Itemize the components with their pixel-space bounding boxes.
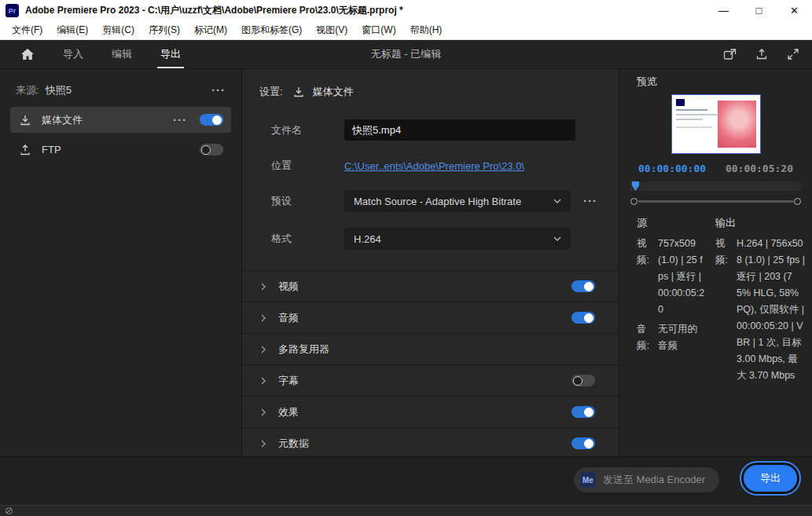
location-label: 位置 <box>271 159 344 173</box>
filename-row: 文件名 <box>242 119 619 141</box>
section-captions[interactable]: 字幕 <box>242 365 619 397</box>
menu-sequence[interactable]: 序列(S) <box>141 24 187 37</box>
toggle-knob <box>584 282 593 291</box>
close-button[interactable]: ✕ <box>777 0 812 21</box>
header-tab-bar: 导入 编辑 导出 无标题 - 已编辑 <box>0 40 812 69</box>
section-label: 字幕 <box>278 374 299 388</box>
menu-file[interactable]: 文件(F) <box>5 24 50 37</box>
source-header: 来源: 快照5 ··· <box>0 69 241 107</box>
section-label: 多路复用器 <box>278 342 329 357</box>
toggle-knob <box>212 115 222 125</box>
menu-view[interactable]: 视图(V) <box>309 24 355 37</box>
window-controls: — □ ✕ <box>706 0 812 21</box>
captions-toggle[interactable] <box>571 375 595 386</box>
output-column-header: 输出 <box>715 214 806 231</box>
header-action-icons <box>723 48 799 60</box>
zoom-track[interactable] <box>638 200 793 203</box>
source-header-value: 快照5 <box>46 83 72 97</box>
settings-header-value: 媒体文件 <box>313 85 354 99</box>
download-icon <box>292 86 305 98</box>
menu-bar: 文件(F) 编辑(E) 剪辑(C) 序列(S) 标记(M) 图形和标签(G) 视… <box>0 21 812 40</box>
section-video[interactable]: 视频 <box>242 271 619 302</box>
menu-clip[interactable]: 剪辑(C) <box>95 24 141 37</box>
filename-label: 文件名 <box>271 123 344 137</box>
output-video-value: H.264 | 756x508 (1.0) | 25 fps | 逐行 | 20… <box>737 236 806 384</box>
chevron-down-icon <box>553 199 561 203</box>
zoom-scrollbar[interactable] <box>630 198 801 205</box>
section-multiplexer[interactable]: 多路复用器 <box>242 334 619 365</box>
maximize-button[interactable]: □ <box>741 0 777 21</box>
export-button[interactable]: 导出 <box>744 465 797 492</box>
section-audio[interactable]: 音频 <box>242 302 619 334</box>
source-item-media-file[interactable]: 媒体文件 ··· <box>10 107 231 133</box>
send-to-media-encoder-button[interactable]: Me 发送至 Media Encoder <box>574 467 719 492</box>
format-label: 格式 <box>271 232 344 246</box>
current-timecode: 00:00:00:00 <box>638 163 706 174</box>
zoom-handle-right[interactable] <box>794 198 801 205</box>
source-video-row: 视频: 757x509 (1.0) | 25 fps | 逐行 | 00:00:… <box>637 236 706 318</box>
chevron-right-icon <box>261 408 266 416</box>
menu-markers[interactable]: 标记(M) <box>187 24 234 37</box>
upload-icon <box>18 144 32 156</box>
chevron-right-icon <box>261 314 266 322</box>
tab-edit[interactable]: 编辑 <box>97 40 146 68</box>
app-logo-icon: Pr <box>6 4 19 17</box>
chevron-right-icon <box>261 440 266 448</box>
seek-bar[interactable] <box>630 181 802 191</box>
footer-bar: Me 发送至 Media Encoder 导出 <box>0 456 812 505</box>
ftp-toggle[interactable] <box>200 144 223 156</box>
filename-input[interactable] <box>344 119 575 141</box>
preview-label: 预览 <box>619 69 812 89</box>
menu-graphics[interactable]: 图形和标签(G) <box>234 24 309 37</box>
preset-row: 预设 Match Source - Adaptive High Bitrate … <box>242 190 619 212</box>
minimize-button[interactable]: — <box>706 0 741 21</box>
toggle-knob <box>584 313 593 323</box>
chevron-right-icon <box>261 346 266 353</box>
preset-select[interactable]: Match Source - Adaptive High Bitrate <box>344 190 571 212</box>
output-info-column: 输出 视频: H.264 | 756x508 (1.0) | 25 fps | … <box>715 214 806 387</box>
source-item-ftp[interactable]: FTP <box>10 137 231 163</box>
chevron-right-icon <box>261 377 266 385</box>
timecode-row: 00:00:00:00 00:00:05:20 <box>619 154 812 174</box>
menu-help[interactable]: 帮助(H) <box>403 24 450 37</box>
effects-toggle[interactable] <box>571 406 595 418</box>
metadata-toggle[interactable] <box>571 437 595 449</box>
section-label: 视频 <box>278 280 299 294</box>
quick-export-icon[interactable] <box>723 48 737 60</box>
settings-panel: 设置: 媒体文件 文件名 位置 C:\User..ents\Adobe\Prem… <box>242 69 619 456</box>
home-button[interactable] <box>20 48 35 60</box>
audio-toggle[interactable] <box>571 312 595 324</box>
playhead[interactable] <box>632 181 639 191</box>
preset-value: Match Source - Adaptive High Bitrate <box>354 196 521 207</box>
source-info-column: 源 视频: 757x509 (1.0) | 25 fps | 逐行 | 00:0… <box>637 214 706 387</box>
chevron-right-icon <box>261 283 266 291</box>
format-value: H.264 <box>354 233 381 245</box>
source-audio-value: 无可用的音频 <box>658 321 706 354</box>
location-link[interactable]: C:\User..ents\Adobe\Premiere Pro\23.0\ <box>344 160 524 172</box>
share-icon[interactable] <box>755 48 768 60</box>
section-label: 元数据 <box>278 437 309 451</box>
tab-export[interactable]: 导出 <box>146 40 195 68</box>
media-file-menu-dots[interactable]: ··· <box>173 116 187 124</box>
thumbnail-logo <box>676 99 685 106</box>
format-select[interactable]: H.264 <box>344 228 571 250</box>
menu-edit[interactable]: 编辑(E) <box>50 24 95 37</box>
fullscreen-icon[interactable] <box>787 48 799 60</box>
chevron-down-icon <box>553 236 561 241</box>
source-audio-label: 音频: <box>637 321 658 354</box>
output-video-label: 视频: <box>715 236 737 384</box>
output-video-row: 视频: H.264 | 756x508 (1.0) | 25 fps | 逐行 … <box>715 236 806 384</box>
tab-import[interactable]: 导入 <box>49 40 97 68</box>
section-metadata[interactable]: 元数据 <box>242 428 619 459</box>
source-menu-dots[interactable]: ··· <box>211 86 226 94</box>
zoom-handle-left[interactable] <box>630 198 637 205</box>
media-file-toggle[interactable] <box>200 114 223 126</box>
menu-window[interactable]: 窗口(W) <box>355 24 402 37</box>
preset-label: 预设 <box>271 194 344 208</box>
video-toggle[interactable] <box>571 280 595 292</box>
preset-more-dots[interactable]: ··· <box>583 197 597 205</box>
home-icon <box>20 48 35 60</box>
section-effects[interactable]: 效果 <box>242 397 619 428</box>
mode-tabs: 导入 编辑 导出 <box>49 40 195 68</box>
toggle-knob <box>584 408 593 417</box>
